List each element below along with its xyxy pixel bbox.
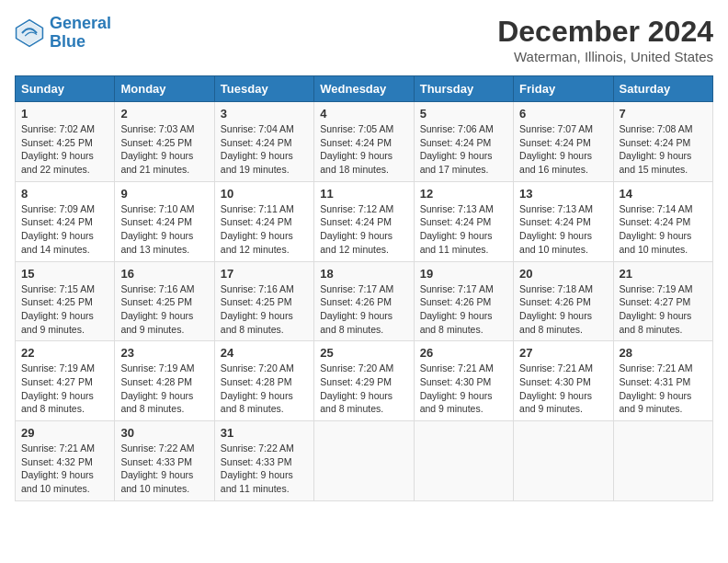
calendar-cell: 25 Sunrise: 7:20 AM Sunset: 4:29 PM Dayl… [314,341,414,421]
logo-icon [15,18,44,48]
day-number: 23 [120,346,208,360]
day-info: Sunrise: 7:21 AM Sunset: 4:30 PM Dayligh… [420,362,507,416]
day-info: Sunrise: 7:09 AM Sunset: 4:24 PM Dayligh… [21,202,108,257]
day-number: 28 [620,346,707,360]
calendar-week-row-5: 29 Sunrise: 7:21 AM Sunset: 4:32 PM Dayl… [16,421,713,501]
calendar-cell: 21 Sunrise: 7:19 AM Sunset: 4:27 PM Dayl… [613,261,712,341]
day-info: Sunrise: 7:19 AM Sunset: 4:27 PM Dayligh… [21,362,108,416]
day-info: Sunrise: 7:19 AM Sunset: 4:27 PM Dayligh… [620,282,707,337]
calendar-cell: 29 Sunrise: 7:21 AM Sunset: 4:32 PM Dayl… [16,421,115,501]
day-info: Sunrise: 7:11 AM Sunset: 4:24 PM Dayligh… [221,202,308,257]
day-number: 8 [21,187,108,201]
calendar-cell: 23 Sunrise: 7:19 AM Sunset: 4:28 PM Dayl… [115,341,214,421]
day-info: Sunrise: 7:06 AM Sunset: 4:24 PM Dayligh… [420,122,507,177]
calendar-cell: 2 Sunrise: 7:03 AM Sunset: 4:25 PM Dayli… [115,102,214,182]
day-number: 27 [519,346,607,360]
day-info: Sunrise: 7:17 AM Sunset: 4:26 PM Dayligh… [320,282,407,337]
calendar-cell: 11 Sunrise: 7:12 AM Sunset: 4:24 PM Dayl… [314,181,414,261]
logo: General Blue [15,15,111,52]
calendar-cell: 18 Sunrise: 7:17 AM Sunset: 4:26 PM Dayl… [314,261,414,341]
day-number: 19 [420,267,507,281]
day-info: Sunrise: 7:19 AM Sunset: 4:28 PM Dayligh… [120,362,208,416]
day-info: Sunrise: 7:05 AM Sunset: 4:24 PM Dayligh… [320,122,407,177]
calendar-cell: 3 Sunrise: 7:04 AM Sunset: 4:24 PM Dayli… [214,102,313,182]
day-info: Sunrise: 7:21 AM Sunset: 4:31 PM Dayligh… [620,362,707,416]
calendar-cell [314,421,414,501]
day-info: Sunrise: 7:13 AM Sunset: 4:24 PM Dayligh… [420,202,507,257]
day-info: Sunrise: 7:03 AM Sunset: 4:25 PM Dayligh… [120,122,208,177]
calendar-table: Sunday Monday Tuesday Wednesday Thursday… [15,75,713,501]
calendar-cell: 28 Sunrise: 7:21 AM Sunset: 4:31 PM Dayl… [613,341,712,421]
day-number: 21 [620,267,707,281]
calendar-week-row-1: 1 Sunrise: 7:02 AM Sunset: 4:25 PM Dayli… [16,102,713,182]
day-info: Sunrise: 7:22 AM Sunset: 4:33 PM Dayligh… [221,442,308,496]
day-info: Sunrise: 7:22 AM Sunset: 4:33 PM Dayligh… [120,442,208,496]
day-number: 16 [120,267,208,281]
col-sunday: Sunday [16,76,115,102]
day-number: 6 [519,107,607,121]
day-info: Sunrise: 7:16 AM Sunset: 4:25 PM Dayligh… [221,282,308,337]
day-info: Sunrise: 7:18 AM Sunset: 4:26 PM Dayligh… [519,282,607,337]
calendar-cell [414,421,513,501]
day-info: Sunrise: 7:20 AM Sunset: 4:29 PM Dayligh… [320,362,407,416]
calendar-cell: 13 Sunrise: 7:13 AM Sunset: 4:24 PM Dayl… [514,181,613,261]
day-number: 25 [320,346,407,360]
calendar-cell: 8 Sunrise: 7:09 AM Sunset: 4:24 PM Dayli… [16,181,115,261]
calendar-cell [514,421,613,501]
calendar-cell: 17 Sunrise: 7:16 AM Sunset: 4:25 PM Dayl… [214,261,313,341]
day-number: 9 [120,187,208,201]
calendar-cell: 14 Sunrise: 7:14 AM Sunset: 4:24 PM Dayl… [613,181,712,261]
day-number: 7 [620,107,707,121]
day-number: 24 [221,346,308,360]
logo-text: General Blue [50,15,111,52]
col-thursday: Thursday [414,76,513,102]
day-info: Sunrise: 7:10 AM Sunset: 4:24 PM Dayligh… [120,202,208,257]
calendar-cell: 22 Sunrise: 7:19 AM Sunset: 4:27 PM Dayl… [16,341,115,421]
col-wednesday: Wednesday [314,76,414,102]
day-info: Sunrise: 7:08 AM Sunset: 4:24 PM Dayligh… [620,122,707,177]
day-number: 2 [120,107,208,121]
calendar-cell: 27 Sunrise: 7:21 AM Sunset: 4:30 PM Dayl… [514,341,613,421]
day-number: 17 [221,267,308,281]
day-info: Sunrise: 7:17 AM Sunset: 4:26 PM Dayligh… [420,282,507,337]
calendar-cell [613,421,712,501]
day-number: 18 [320,267,407,281]
day-number: 14 [620,187,707,201]
day-number: 12 [420,187,507,201]
day-number: 4 [320,107,407,121]
day-info: Sunrise: 7:15 AM Sunset: 4:25 PM Dayligh… [21,282,108,337]
calendar-cell: 12 Sunrise: 7:13 AM Sunset: 4:24 PM Dayl… [414,181,513,261]
page-subtitle: Waterman, Illinois, United States [497,49,713,64]
calendar-cell: 6 Sunrise: 7:07 AM Sunset: 4:24 PM Dayli… [514,102,613,182]
page-header: General Blue December 2024 Waterman, Ill… [15,15,713,64]
calendar-cell: 16 Sunrise: 7:16 AM Sunset: 4:25 PM Dayl… [115,261,214,341]
calendar-cell: 10 Sunrise: 7:11 AM Sunset: 4:24 PM Dayl… [214,181,313,261]
day-info: Sunrise: 7:20 AM Sunset: 4:28 PM Dayligh… [221,362,308,416]
calendar-week-row-3: 15 Sunrise: 7:15 AM Sunset: 4:25 PM Dayl… [16,261,713,341]
calendar-cell: 24 Sunrise: 7:20 AM Sunset: 4:28 PM Dayl… [214,341,313,421]
day-info: Sunrise: 7:12 AM Sunset: 4:24 PM Dayligh… [320,202,407,257]
col-monday: Monday [115,76,214,102]
calendar-cell: 30 Sunrise: 7:22 AM Sunset: 4:33 PM Dayl… [115,421,214,501]
calendar-cell: 20 Sunrise: 7:18 AM Sunset: 4:26 PM Dayl… [514,261,613,341]
calendar-cell: 31 Sunrise: 7:22 AM Sunset: 4:33 PM Dayl… [214,421,313,501]
day-info: Sunrise: 7:21 AM Sunset: 4:32 PM Dayligh… [21,442,108,496]
day-number: 11 [320,187,407,201]
day-number: 26 [420,346,507,360]
calendar-week-row-2: 8 Sunrise: 7:09 AM Sunset: 4:24 PM Dayli… [16,181,713,261]
day-number: 13 [519,187,607,201]
day-number: 10 [221,187,308,201]
day-number: 31 [221,426,308,440]
calendar-cell: 7 Sunrise: 7:08 AM Sunset: 4:24 PM Dayli… [613,102,712,182]
day-info: Sunrise: 7:02 AM Sunset: 4:25 PM Dayligh… [21,122,108,177]
col-saturday: Saturday [613,76,712,102]
page-title: December 2024 [497,15,713,49]
calendar-header-row: Sunday Monday Tuesday Wednesday Thursday… [16,76,713,102]
day-info: Sunrise: 7:14 AM Sunset: 4:24 PM Dayligh… [620,202,707,257]
day-number: 22 [21,346,108,360]
calendar-cell: 15 Sunrise: 7:15 AM Sunset: 4:25 PM Dayl… [16,261,115,341]
day-number: 20 [519,267,607,281]
title-section: December 2024 Waterman, Illinois, United… [497,15,713,64]
day-number: 29 [21,426,108,440]
calendar-cell: 26 Sunrise: 7:21 AM Sunset: 4:30 PM Dayl… [414,341,513,421]
